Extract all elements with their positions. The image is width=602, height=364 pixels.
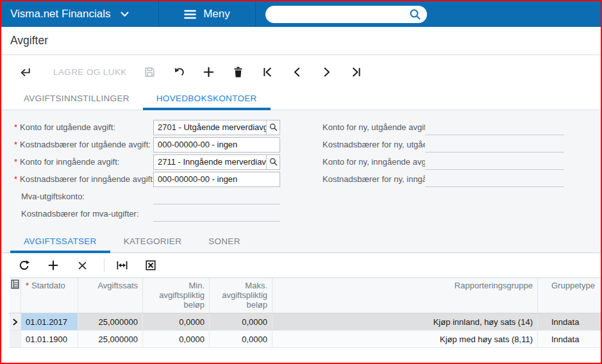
field-value: 2701 - Utgående merverdiavgift [154, 122, 266, 132]
save-and-close-button[interactable]: LAGRE OG LUKK [53, 67, 127, 77]
top-bar: Visma.net Financials Meny [1, 1, 601, 27]
kostnadsbaerer-inngaende-input[interactable]: 000-00000-00 - ingen [153, 172, 280, 187]
cell-startdato[interactable]: 01.01.2017 [21, 313, 78, 330]
field-value: 2711 - Inngående merverdiavgif [154, 157, 266, 167]
field-label: Konto for inngående avgift: [20, 157, 119, 167]
kostnadsbaerer-mva-input[interactable] [153, 206, 280, 222]
cell-min-belop[interactable]: 0,0000 [143, 313, 210, 330]
table-row[interactable]: 01.01.1900 25,000000 0,0000 0,0000 Kjøp … [10, 331, 601, 348]
last-record-icon[interactable] [350, 66, 363, 79]
row-settings-icon[interactable] [10, 278, 21, 313]
field-konto-ny-inngaende: Konto for ny, inngående avgift: [322, 153, 564, 170]
field-label: Mva-utgiftskonto: [14, 192, 153, 201]
field-konto-ny-utgaende: Konto for ny, utgående avgift: [322, 119, 564, 136]
required-marker: * [14, 174, 17, 184]
brand-title: Visma.net Financials [10, 8, 111, 21]
search-area [256, 1, 427, 27]
export-excel-icon[interactable] [144, 258, 158, 272]
fit-width-icon[interactable] [115, 258, 129, 272]
tab-avgiftsinnstillinger[interactable]: AVGIFTSINNSTILLINGER [10, 89, 143, 110]
konto-utgaende-input[interactable]: 2701 - Utgående merverdiavgift [153, 120, 280, 135]
page-header: Avgifter [1, 27, 601, 55]
mva-utgiftskonto-input[interactable] [153, 189, 280, 204]
field-label: Kostnadsbærer for utgående avgift: [20, 140, 151, 149]
column-header-maks-belop[interactable]: Maks. avgiftspliktig beløp [210, 278, 272, 313]
table-row[interactable]: 01.01.2017 25,000000 0,0000 0,0000 Kjøp … [10, 313, 601, 331]
required-marker: * [26, 281, 29, 290]
cell-gruppetype[interactable]: Inndata [538, 313, 601, 330]
first-record-icon[interactable] [262, 66, 274, 79]
cell-startdato[interactable]: 01.01.1900 [21, 331, 78, 347]
lookup-button[interactable] [266, 120, 280, 135]
rates-grid: *Startdato Avgiftssats Min. avgiftsplikt… [10, 277, 601, 348]
field-kostnadsbaerer-ny-inngaende: Kostnadsbærer for ny, inngående a… [322, 170, 564, 188]
app-switcher[interactable]: Visma.net Financials [1, 1, 159, 27]
field-konto-utgaende: *Konto for utgående avgift: 2701 - Utgåe… [14, 119, 294, 136]
cell-maks-belop[interactable]: 0,0000 [210, 331, 272, 347]
hamburger-icon [184, 10, 196, 19]
cell-avgiftssats[interactable]: 25,000000 [78, 331, 143, 347]
field-label: Konto for utgående avgift: [20, 122, 115, 132]
form-left-column: *Konto for utgående avgift: 2701 - Utgåe… [14, 119, 294, 232]
cell-rapporteringsgruppe[interactable]: Kjøp med høy sats (8,11) [272, 331, 538, 347]
column-header-avgiftssats[interactable]: Avgiftssats [78, 278, 143, 313]
cell-avgiftssats[interactable]: 25,000000 [78, 313, 143, 330]
field-konto-inngaende: *Konto for inngående avgift: 2711 - Inng… [14, 153, 294, 170]
form-right-column: Konto for ny, utgående avgift: Kostnadsb… [322, 119, 601, 232]
required-marker: * [14, 140, 17, 149]
field-mva-utgiftskonto: Mva-utgiftskonto: [14, 188, 294, 205]
tab-hovedbokskontoer[interactable]: HOVEDBOKSKONTOER [143, 89, 271, 110]
search-icon[interactable] [409, 8, 421, 21]
next-record-icon[interactable] [321, 66, 333, 79]
field-label: Kostnadsbærer for inngående avgift: [20, 174, 153, 184]
column-header-startdato[interactable]: *Startdato [21, 278, 78, 313]
konto-inngaende-input[interactable]: 2711 - Inngående merverdiavgif [153, 154, 280, 170]
refresh-icon[interactable] [17, 258, 31, 272]
gl-accounts-form: *Konto for utgående avgift: 2701 - Utgåe… [1, 110, 601, 232]
tab-soner[interactable]: SONER [195, 232, 254, 253]
previous-record-icon[interactable] [291, 66, 304, 79]
menu-button[interactable]: Meny [159, 1, 256, 27]
tab-avgiftssatser[interactable]: AVGIFTSSATSER [10, 232, 110, 253]
kostnadsbaerer-ny-inngaende-input[interactable] [425, 172, 564, 187]
field-kostnadsbaerer-inngaende: *Kostnadsbærer for inngående avgift: 000… [14, 170, 294, 188]
kostnadsbaerer-ny-utgaende-input[interactable] [425, 137, 564, 153]
cell-rapporteringsgruppe[interactable]: Kjøp innland, høy sats (14) [272, 313, 538, 330]
add-record-icon[interactable] [203, 66, 215, 79]
field-kostnadsbaerer-utgaende: *Kostnadsbærer for utgående avgift: 000-… [14, 136, 294, 153]
column-header-gruppetype[interactable]: Gruppetype [538, 278, 601, 313]
record-toolbar: LAGRE OG LUKK [1, 55, 601, 89]
konto-ny-utgaende-input[interactable] [425, 120, 564, 135]
chevron-down-icon [121, 12, 129, 17]
main-tabs: AVGIFTSINNSTILLINGER HOVEDBOKSKONTOER [1, 89, 601, 110]
column-header-min-belop[interactable]: Min. avgiftspliktig beløp [143, 278, 210, 313]
field-kostnadsbaerer-mva: Kostnadsbærer for mva-utgifter: [14, 205, 294, 222]
field-label: Konto for ny, inngående avgift: [322, 157, 425, 167]
tab-kategorier[interactable]: KATEGORIER [110, 232, 196, 253]
add-row-icon[interactable] [46, 258, 60, 272]
lookup-button[interactable] [266, 155, 280, 169]
search-box[interactable] [265, 6, 427, 23]
undo-icon[interactable] [173, 66, 186, 79]
grid-header-row: *Startdato Avgiftssats Min. avgiftsplikt… [10, 277, 601, 313]
required-marker: * [14, 122, 17, 132]
column-header-rapporteringsgruppe[interactable]: Rapporteringsgruppe [272, 278, 538, 313]
menu-label: Meny [203, 8, 230, 21]
cell-min-belop[interactable]: 0,0000 [143, 331, 210, 347]
app-window: Visma.net Financials Meny Avgifter [0, 0, 602, 364]
cell-gruppetype[interactable]: Inndata [538, 331, 601, 347]
save-icon[interactable] [144, 66, 156, 79]
search-input[interactable] [274, 10, 409, 19]
konto-ny-inngaende-input[interactable] [425, 154, 564, 170]
back-arrow-icon[interactable] [19, 66, 31, 79]
delete-record-icon[interactable] [232, 66, 245, 79]
toolbar-divider [104, 259, 105, 272]
field-label: Kostnadsbærer for ny, utgående av… [322, 140, 425, 149]
required-marker: * [14, 157, 17, 167]
page-title: Avgifter [10, 34, 48, 47]
field-kostnadsbaerer-ny-utgaende: Kostnadsbærer for ny, utgående av… [322, 136, 564, 153]
delete-row-icon[interactable] [75, 258, 89, 272]
kostnadsbaerer-utgaende-input[interactable]: 000-00000-00 - ingen [153, 137, 280, 153]
field-value: 000-00000-00 - ingen [154, 140, 280, 149]
cell-maks-belop[interactable]: 0,0000 [210, 313, 272, 330]
